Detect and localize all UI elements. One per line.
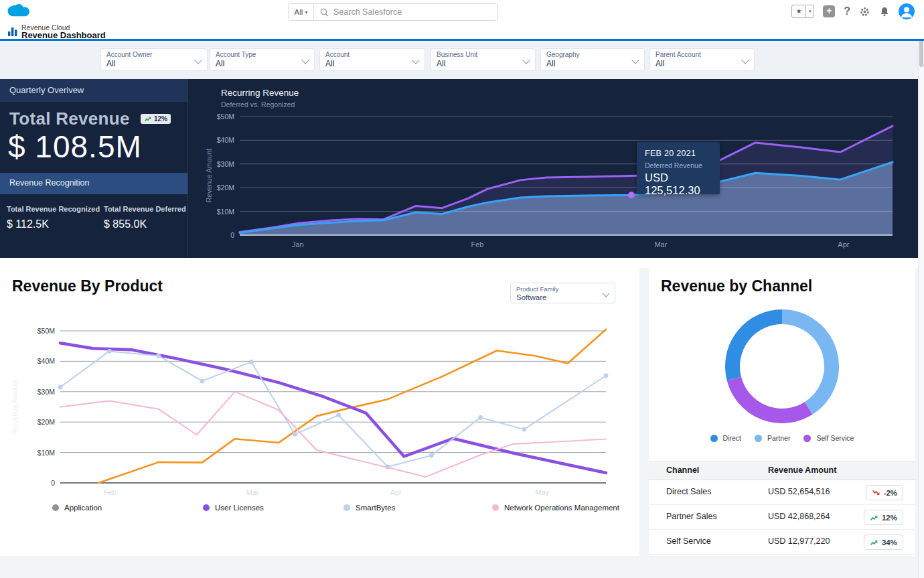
x-axis-tick: Mar [650,240,672,248]
search-scope-caret-icon: ▾ [305,9,307,15]
y-axis-tick: $30M [27,388,55,396]
y-axis-label: Revenue Amount [11,359,19,453]
x-axis-tick: Apr [385,488,406,496]
search-scope-dropdown[interactable]: All ▾ [289,4,314,20]
notifications-bell-icon[interactable] [879,6,890,17]
trend-badge: 12% [864,510,903,525]
y-axis-tick: $10M [206,208,234,216]
context-bar: Revenue Cloud Revenue Dashboard [0,23,924,41]
amount-cell: USD 42,868,264 [768,512,830,521]
total-revenue-value: $ 108.5M [8,129,142,165]
donut-slice-partner[interactable] [782,317,832,408]
filter-business-unit[interactable]: Business Unit All [431,48,536,71]
x-axis-tick: Mar [242,488,263,496]
global-search: All ▾ Search Salesforce [288,3,498,21]
legend-dot [803,435,811,442]
trend-up-icon [870,514,878,521]
product-family-dropdown[interactable]: Product Family Software [510,283,615,303]
total-revenue-label: Total Revenue [9,109,130,129]
filter-value: All [325,59,419,68]
section-title: Quarterly Overivew [0,79,187,95]
dashboard-bar-chart-icon [7,26,18,37]
total-revenue-delta: 12% [154,115,167,123]
legend-dot [710,435,718,442]
recognized-label: Total Revenue Recognized [7,205,100,213]
x-axis-tick: Jan [287,240,309,248]
legend-item-direct[interactable]: Direct [710,434,741,442]
x-axis-tick: Feb [99,488,121,496]
filter-account-type[interactable]: Account Type All [210,48,315,71]
legend-item-smartbytes[interactable]: SmartBytes [343,504,395,512]
favorites-caret-icon: ▾ [805,6,814,17]
filter-label: Geography [546,51,639,58]
bottom-strip [0,567,924,578]
delta-value: 12% [882,514,897,522]
filter-label: Parent Account [656,51,749,58]
page-title[interactable]: Revenue Dashboard [21,30,106,40]
donut-svg [718,303,846,430]
x-axis-tick: May [532,488,553,496]
legend-item-self-service[interactable]: Self Service [803,434,854,442]
chart-subtitle: Deferred vs. Regonized [221,100,295,109]
column-header-revenue-amount: Revenue Amount [768,465,836,475]
filter-band: Account Owner All Account Type All Accou… [0,41,924,80]
trend-badge: 34% [864,534,903,550]
y-axis-tick: $40M [206,136,234,144]
y-axis-tick: $50M [206,113,234,121]
legend-label: SmartBytes [356,504,395,512]
donut-slice-self-service[interactable] [734,378,808,416]
legend-item-user-licenses[interactable]: User Licenses [203,504,264,512]
channel-cell: Direct Sales [666,487,711,496]
favorites-button[interactable]: ★ ▾ [791,5,814,18]
pr-chart-plot[interactable] [60,331,606,483]
y-axis-tick: 0 [206,231,234,239]
table-row: Partner SalesUSD 42,868,26412% [649,505,915,530]
filter-label: Business Unit [437,51,530,58]
legend-label: User Licenses [215,504,264,512]
x-axis-tick: Apr [833,240,854,248]
y-axis-tick: 0 [27,479,55,487]
filter-account[interactable]: Account All [319,48,425,71]
legend-label: Network Operations Management [504,504,619,512]
filter-account-owner[interactable]: Account Owner All [100,48,208,71]
setup-gear-icon[interactable] [859,6,870,17]
trend-up-icon [144,116,152,122]
filter-label: Account [325,51,419,58]
salesforce-cloud-logo[interactable] [5,3,29,20]
search-input[interactable]: Search Salesforce [314,7,497,17]
user-avatar[interactable] [899,3,915,19]
card-title: Revenue by Channel [661,277,812,295]
filter-label: Account Type [216,51,309,58]
channel-table: ChannelRevenue AmountDirect SalesUSD 52,… [649,461,915,555]
legend-item-application[interactable]: Application [52,504,102,512]
table-row: Self ServiceUSD 12,977,22034% [649,530,915,555]
quick-add-button[interactable]: + [823,5,835,17]
table-header-row: ChannelRevenue Amount [649,461,915,480]
chart-tooltip: FEB 20 2021 Deferred Revenue USD 125,512… [637,142,720,194]
amount-cell: USD 52,654,516 [768,487,830,496]
help-icon: ? [844,5,850,17]
legend-dot [203,504,210,511]
channel-cell: Self Service [666,536,711,546]
donut-slice-direct[interactable] [733,317,782,378]
legend-label: Self Service [816,434,854,442]
filter-label: Account Owner [106,51,202,58]
filter-parent-account[interactable]: Parent Account All [649,48,755,71]
tooltip-marker-dot [628,192,635,198]
legend-label: Application [64,504,102,512]
legend-item-network-operations-management[interactable]: Network Operations Management [492,504,619,512]
dropdown-value: Software [516,293,609,301]
card-title: Revenue By Product [12,277,163,295]
revenue-by-channel-card: Revenue by Channel DirectPartnerSelf Ser… [649,268,915,556]
tooltip-value: USD 125,512.30 [645,171,720,197]
total-revenue-trend-badge: 12% [141,114,171,124]
x-axis-tick: Feb [467,240,488,248]
recognized-value: $ 112.5K [7,218,49,230]
filter-geography[interactable]: Geography All [540,48,645,71]
vertical-scrollbar[interactable] [918,0,924,578]
rr-chart-plot[interactable] [240,117,893,235]
legend-item-partner[interactable]: Partner [755,434,790,442]
section-gap [0,258,924,268]
channel-donut-chart[interactable] [718,303,846,433]
help-button[interactable]: ? [844,5,850,17]
